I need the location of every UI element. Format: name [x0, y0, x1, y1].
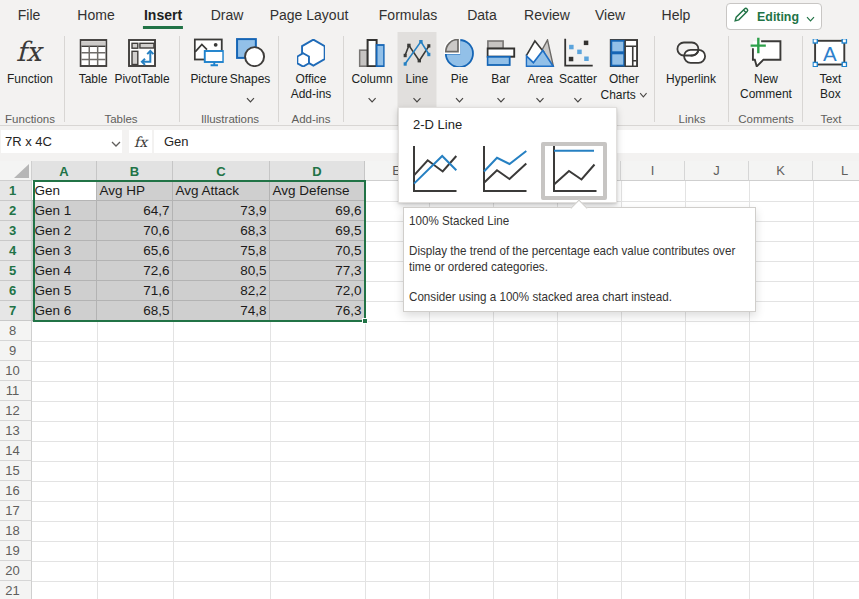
- cell-C1[interactable]: Avg Attack: [173, 181, 270, 201]
- pivottable-button[interactable]: PivotTable: [112, 32, 172, 125]
- row-header-10[interactable]: 10: [0, 361, 32, 381]
- row-header-20[interactable]: 20: [0, 561, 32, 581]
- cell-C3[interactable]: 68,3: [173, 221, 270, 241]
- cell-B4[interactable]: 65,6: [97, 241, 173, 261]
- cell-C7[interactable]: 74,8: [173, 301, 270, 321]
- function-button[interactable]: fxFunction: [5, 32, 55, 125]
- column-header-j[interactable]: J: [685, 161, 749, 181]
- cell-A7[interactable]: Gen 6: [32, 301, 97, 321]
- column-header-i[interactable]: I: [621, 161, 685, 181]
- cell-C5[interactable]: 80,5: [173, 261, 270, 281]
- menu-tab-review[interactable]: Review: [524, 0, 570, 32]
- cell-D6[interactable]: 72,0: [270, 281, 365, 301]
- row-header-8[interactable]: 8: [0, 321, 32, 341]
- column-header-b[interactable]: B: [97, 161, 173, 181]
- table-button[interactable]: Table: [77, 32, 108, 125]
- chevron-down-icon[interactable]: [111, 133, 121, 151]
- row-header-13[interactable]: 13: [0, 421, 32, 441]
- cell-B2[interactable]: 64,7: [97, 201, 173, 221]
- name-box[interactable]: 7R x 4C: [1, 130, 122, 153]
- row-header-19[interactable]: 19: [0, 541, 32, 561]
- editing-mode-button[interactable]: Editing: [726, 3, 822, 30]
- shapes-icon: [236, 38, 265, 67]
- cell-value: 68,3: [173, 223, 269, 238]
- row-header-1[interactable]: 1: [0, 181, 32, 201]
- row-header-6[interactable]: 6: [0, 281, 32, 301]
- row-header-15[interactable]: 15: [0, 461, 32, 481]
- cell-B7[interactable]: 68,5: [97, 301, 173, 321]
- gridline: [813, 181, 814, 599]
- row-header-14[interactable]: 14: [0, 441, 32, 461]
- cell-A4[interactable]: Gen 3: [32, 241, 97, 261]
- cell-A3[interactable]: Gen 2: [32, 221, 97, 241]
- cell-D4[interactable]: 70,5: [270, 241, 365, 261]
- menu-tab-draw[interactable]: Draw: [211, 0, 244, 32]
- row-header-7[interactable]: 7: [0, 301, 32, 321]
- cell-C4[interactable]: 75,8: [173, 241, 270, 261]
- cell-D3[interactable]: 69,5: [270, 221, 365, 241]
- function-label: Function: [7, 71, 53, 86]
- cell-D1[interactable]: Avg Defense: [270, 181, 365, 201]
- row-header-9[interactable]: 9: [0, 341, 32, 361]
- cell-D5[interactable]: 77,3: [270, 261, 365, 281]
- row-header-18[interactable]: 18: [0, 521, 32, 541]
- text-box-button[interactable]: AText Box: [813, 32, 848, 125]
- chart-option-100-stacked-line[interactable]: [541, 142, 607, 200]
- cell-D2[interactable]: 69,6: [270, 201, 365, 221]
- hyperlink-button[interactable]: Hyperlink: [664, 32, 718, 125]
- cell-A6[interactable]: Gen 5: [32, 281, 97, 301]
- insert-function-button[interactable]: fx: [129, 130, 152, 153]
- chart-option-stacked-line[interactable]: [481, 142, 531, 200]
- column-header-k[interactable]: K: [749, 161, 813, 181]
- menu-tab-file[interactable]: File: [18, 0, 41, 32]
- cell-B5[interactable]: 72,6: [97, 261, 173, 281]
- cell-A2[interactable]: Gen 1: [32, 201, 97, 221]
- cell-value: 75,8: [173, 243, 269, 258]
- menu-tab-formulas[interactable]: Formulas: [379, 0, 437, 32]
- cell-C6[interactable]: 82,2: [173, 281, 270, 301]
- menu-tab-insert[interactable]: Insert: [144, 0, 182, 32]
- chart-option-line[interactable]: [411, 142, 461, 200]
- office-add-ins-button[interactable]: Office Add-ins: [289, 32, 333, 125]
- ribbon-group-label-illustrations: Illustrations: [201, 113, 259, 125]
- new-comment-button[interactable]: New Comment: [738, 32, 794, 125]
- cell-A5[interactable]: Gen 4: [32, 261, 97, 281]
- select-all-corner[interactable]: [0, 161, 32, 181]
- row-header-5[interactable]: 5: [0, 261, 32, 281]
- row-header-12[interactable]: 12: [0, 401, 32, 421]
- fill-handle[interactable]: [362, 318, 368, 324]
- column-button[interactable]: Column: [350, 32, 395, 125]
- column-label: Column: [351, 71, 392, 86]
- table-icon: [79, 38, 107, 67]
- cell-D7[interactable]: 76,3: [270, 301, 365, 321]
- cell-value: 72,0: [270, 283, 364, 298]
- row-header-16[interactable]: 16: [0, 481, 32, 501]
- cell-value: 74,8: [173, 303, 269, 318]
- row-header-2[interactable]: 2: [0, 201, 32, 221]
- menu-tab-data[interactable]: Data: [467, 0, 497, 32]
- column-header-a[interactable]: A: [32, 161, 97, 181]
- row-header-21[interactable]: 21: [0, 581, 32, 599]
- gridline: [32, 561, 859, 562]
- cell-B1[interactable]: Avg HP: [97, 181, 173, 201]
- menu-tab-view[interactable]: View: [595, 0, 625, 32]
- menu-tab-help[interactable]: Help: [662, 0, 691, 32]
- shapes-button[interactable]: Shapes: [228, 32, 272, 125]
- cell-C2[interactable]: 73,9: [173, 201, 270, 221]
- row-header-3[interactable]: 3: [0, 221, 32, 241]
- cell-B3[interactable]: 70,6: [97, 221, 173, 241]
- column-header-c[interactable]: C: [173, 161, 270, 181]
- column-header-l[interactable]: L: [813, 161, 859, 181]
- row-header-17[interactable]: 17: [0, 501, 32, 521]
- menu-bar: FileHomeInsertDrawPage LayoutFormulasDat…: [0, 0, 859, 32]
- column-header-d[interactable]: D: [270, 161, 365, 181]
- menu-tab-home[interactable]: Home: [77, 0, 114, 32]
- menu-tab-page-layout[interactable]: Page Layout: [270, 0, 349, 32]
- name-box-value: 7R x 4C: [1, 134, 111, 149]
- row-header-11[interactable]: 11: [0, 381, 32, 401]
- cell-B6[interactable]: 71,6: [97, 281, 173, 301]
- new-comment-icon: [749, 38, 782, 67]
- cell-A1[interactable]: Gen: [32, 181, 97, 201]
- picture-button[interactable]: Picture: [189, 32, 229, 125]
- row-header-4[interactable]: 4: [0, 241, 32, 261]
